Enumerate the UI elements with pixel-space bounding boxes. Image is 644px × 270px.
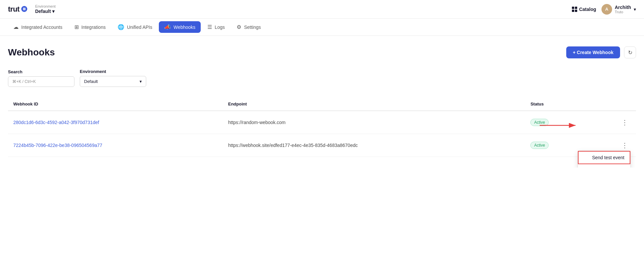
env-current-value: Default bbox=[35, 9, 51, 14]
col-endpoint: Endpoint bbox=[223, 98, 525, 111]
webhook-icon: 📣 bbox=[164, 24, 171, 30]
env-selector[interactable]: Environment Default ▾ bbox=[35, 4, 56, 14]
nav-label-logs: Logs bbox=[215, 25, 225, 30]
cell-actions-1: ⋮ bbox=[587, 111, 636, 134]
refresh-icon: ↻ bbox=[628, 49, 632, 56]
topbar-left: trut Environment Default ▾ bbox=[8, 4, 55, 14]
globe-icon: 🌐 bbox=[118, 24, 124, 30]
topbar-right: Catalog A Archith Truto ▾ bbox=[572, 4, 636, 15]
nav-item-integrations[interactable]: ⊞ Integrations bbox=[69, 21, 111, 33]
webhooks-table: Webhook ID Endpoint Status 280dc1d6-6d3c… bbox=[8, 98, 636, 157]
webhooks-table-wrapper: Webhook ID Endpoint Status 280dc1d6-6d3c… bbox=[8, 98, 636, 157]
cell-actions-2: ⋮ Send test event Delete bbox=[587, 134, 636, 157]
search-group: Search ⌘+K / Ctrl+K bbox=[8, 69, 74, 87]
context-menu-item-delete[interactable]: Delete bbox=[578, 164, 630, 168]
webhook-id-link-1[interactable]: 280dc1d6-6d3c-4592-a042-3f970d731def bbox=[13, 120, 99, 125]
refresh-button[interactable]: ↻ bbox=[624, 46, 636, 58]
filters-section: Search ⌘+K / Ctrl+K Environment Default … bbox=[8, 69, 636, 87]
context-menu: Send test event Delete bbox=[578, 151, 631, 168]
user-menu[interactable]: A Archith Truto ▾ bbox=[601, 4, 636, 15]
col-webhook-id: Webhook ID bbox=[8, 98, 223, 111]
nav-label-settings: Settings bbox=[244, 25, 261, 30]
search-label: Search bbox=[8, 69, 74, 74]
table-row: 7224b45b-7096-422e-be38-096504569a77 htt… bbox=[8, 134, 636, 157]
logo[interactable]: trut bbox=[8, 5, 27, 14]
table-row: 280dc1d6-6d3c-4592-a042-3f970d731def htt… bbox=[8, 111, 636, 134]
env-value-display: Default ▾ bbox=[35, 9, 56, 14]
page-header: Webhooks + Create Webhook ↻ bbox=[8, 46, 636, 58]
nav: ☁ Integrated Accounts ⊞ Integrations 🌐 U… bbox=[0, 19, 644, 36]
nav-item-unified-apis[interactable]: 🌐 Unified APIs bbox=[112, 21, 158, 33]
env-label: Environment bbox=[35, 4, 56, 8]
kebab-menu-button-2[interactable]: ⋮ bbox=[619, 140, 631, 151]
env-dropdown-value: Default bbox=[84, 79, 98, 84]
user-name: Archith bbox=[615, 5, 631, 10]
environment-label: Environment bbox=[80, 69, 146, 74]
nav-item-webhooks[interactable]: 📣 Webhooks bbox=[159, 21, 201, 33]
environment-dropdown[interactable]: Default ▾ bbox=[80, 76, 146, 87]
dropdown-chevron-icon: ▾ bbox=[140, 79, 142, 84]
col-actions bbox=[587, 98, 636, 111]
header-actions: + Create Webhook ↻ bbox=[566, 46, 636, 58]
page-title: Webhooks bbox=[8, 47, 55, 58]
nav-label-webhooks: Webhooks bbox=[173, 25, 195, 30]
cell-status-1: Active bbox=[525, 111, 587, 134]
user-info: Archith Truto bbox=[615, 5, 631, 14]
settings-icon: ⚙ bbox=[237, 24, 241, 30]
avatar: A bbox=[601, 4, 612, 15]
topbar: trut Environment Default ▾ Catalog A Ar bbox=[0, 0, 644, 19]
catalog-button[interactable]: Catalog bbox=[572, 7, 596, 12]
search-placeholder: ⌘+K / Ctrl+K bbox=[12, 79, 36, 84]
environment-group: Environment Default ▾ bbox=[80, 69, 146, 87]
col-status: Status bbox=[525, 98, 587, 111]
nav-label-integrations: Integrations bbox=[81, 25, 106, 30]
grid-icon bbox=[572, 7, 577, 12]
status-badge-1: Active bbox=[530, 119, 549, 126]
nav-item-logs[interactable]: ☰ Logs bbox=[202, 21, 230, 33]
cloud-icon: ☁ bbox=[13, 24, 19, 30]
nav-label-unified-apis: Unified APIs bbox=[127, 25, 152, 30]
table-header: Webhook ID Endpoint Status bbox=[8, 98, 636, 111]
context-menu-container: ⋮ Send test event Delete bbox=[619, 140, 631, 151]
status-badge-2: Active bbox=[530, 142, 549, 149]
catalog-label: Catalog bbox=[579, 7, 596, 12]
user-org: Truto bbox=[615, 10, 631, 14]
webhook-id-link-2[interactable]: 7224b45b-7096-422e-be38-096504569a77 bbox=[13, 143, 102, 148]
chevron-down-icon: ▾ bbox=[52, 9, 54, 14]
logs-icon: ☰ bbox=[207, 24, 212, 30]
nav-label-integrated-accounts: Integrated Accounts bbox=[21, 25, 62, 30]
cell-webhook-id-2: 7224b45b-7096-422e-be38-096504569a77 bbox=[8, 134, 223, 157]
context-menu-item-send-test-event[interactable]: Send test event bbox=[578, 151, 630, 164]
create-webhook-button[interactable]: + Create Webhook bbox=[566, 46, 620, 58]
cell-webhook-id-1: 280dc1d6-6d3c-4592-a042-3f970d731def bbox=[8, 111, 223, 134]
grid-nav-icon: ⊞ bbox=[74, 24, 79, 30]
user-chevron-icon: ▾ bbox=[634, 7, 636, 12]
nav-item-integrated-accounts[interactable]: ☁ Integrated Accounts bbox=[8, 21, 68, 33]
kebab-menu-button-1[interactable]: ⋮ bbox=[619, 117, 631, 128]
cell-endpoint-2: https://webhook.site/edfed177-e4ec-4e35-… bbox=[223, 134, 525, 157]
nav-item-settings[interactable]: ⚙ Settings bbox=[231, 21, 266, 33]
table-body: 280dc1d6-6d3c-4592-a042-3f970d731def htt… bbox=[8, 111, 636, 157]
cell-endpoint-1: https://random-webook.com bbox=[223, 111, 525, 134]
search-input[interactable]: ⌘+K / Ctrl+K bbox=[8, 76, 74, 87]
main-content: Webhooks + Create Webhook ↻ Search ⌘+K /… bbox=[0, 36, 644, 168]
